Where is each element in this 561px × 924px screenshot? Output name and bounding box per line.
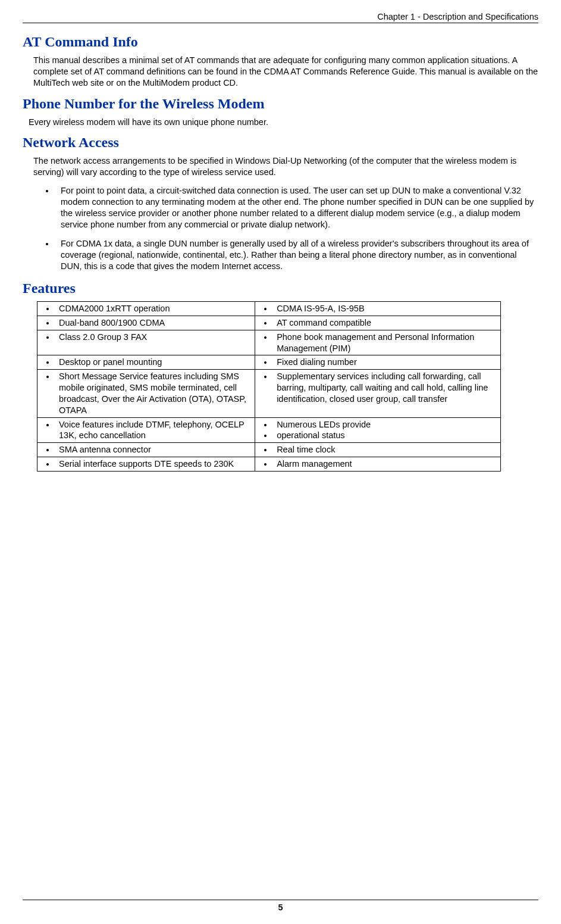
- feature-cell-right: Supplementary services including call fo…: [255, 370, 501, 417]
- body-network-access-intro: The network access arrangements to be sp…: [33, 155, 538, 178]
- feature-item: operational status: [273, 430, 498, 441]
- body-at-command: This manual describes a minimal set of A…: [33, 55, 538, 89]
- feature-item: Alarm management: [273, 458, 498, 470]
- feature-cell-right: Real time clock: [255, 443, 501, 457]
- feature-cell-left: CDMA2000 1xRTT operation: [37, 301, 255, 316]
- table-row: CDMA2000 1xRTT operationCDMA IS-95-A, IS…: [37, 301, 501, 316]
- heading-phone-number: Phone Number for the Wireless Modem: [23, 96, 538, 112]
- feature-cell-left: Desktop or panel mounting: [37, 355, 255, 370]
- feature-cell-right: Phone book management and Personal Infor…: [255, 330, 501, 355]
- heading-at-command: AT Command Info: [23, 34, 538, 50]
- network-bullet-0: For point to point data, a circuit-switc…: [55, 185, 538, 230]
- feature-cell-left: Voice features include DTMF, telephony, …: [37, 417, 255, 443]
- feature-cell-left: Dual-band 800/1900 CDMA: [37, 316, 255, 330]
- feature-cell-left: SMA antenna connector: [37, 443, 255, 457]
- feature-item: CDMA IS-95-A, IS-95B: [273, 303, 498, 314]
- table-row: Short Message Service features including…: [37, 370, 501, 417]
- feature-item: Class 2.0 Group 3 FAX: [55, 332, 252, 343]
- feature-item: Fixed dialing number: [273, 357, 498, 368]
- features-table: CDMA2000 1xRTT operationCDMA IS-95-A, IS…: [37, 301, 501, 472]
- table-row: Voice features include DTMF, telephony, …: [37, 417, 501, 443]
- feature-cell-right: Fixed dialing number: [255, 355, 501, 370]
- feature-cell-right: Numerous LEDs provideoperational status: [255, 417, 501, 443]
- page-number: 5: [23, 900, 538, 912]
- table-row: Serial interface supports DTE speeds to …: [37, 457, 501, 472]
- network-access-bullets: For point to point data, a circuit-switc…: [33, 185, 538, 272]
- feature-item: Phone book management and Personal Infor…: [273, 332, 498, 354]
- feature-cell-right: AT command compatible: [255, 316, 501, 330]
- feature-cell-right: CDMA IS-95-A, IS-95B: [255, 301, 501, 316]
- feature-item: Dual-band 800/1900 CDMA: [55, 317, 252, 329]
- heading-features: Features: [23, 280, 538, 296]
- feature-cell-left: Class 2.0 Group 3 FAX: [37, 330, 255, 355]
- feature-item: Supplementary services including call fo…: [273, 371, 498, 405]
- table-row: SMA antenna connectorReal time clock: [37, 443, 501, 457]
- feature-item: Short Message Service features including…: [55, 371, 252, 416]
- feature-item: Desktop or panel mounting: [55, 357, 252, 368]
- table-row: Dual-band 800/1900 CDMAAT command compat…: [37, 316, 501, 330]
- feature-item: CDMA2000 1xRTT operation: [55, 303, 252, 314]
- feature-cell-left: Serial interface supports DTE speeds to …: [37, 457, 255, 472]
- feature-item: AT command compatible: [273, 317, 498, 329]
- feature-cell-left: Short Message Service features including…: [37, 370, 255, 417]
- body-phone-number: Every wireless modem will have its own u…: [29, 117, 538, 128]
- feature-item: SMA antenna connector: [55, 444, 252, 455]
- feature-item: Voice features include DTMF, telephony, …: [55, 419, 252, 442]
- table-row: Desktop or panel mountingFixed dialing n…: [37, 355, 501, 370]
- page-footer: 5: [23, 900, 538, 912]
- feature-cell-right: Alarm management: [255, 457, 501, 472]
- chapter-title: Chapter 1 - Description and Specificatio…: [377, 12, 538, 21]
- feature-item: Real time clock: [273, 444, 498, 455]
- page-header: Chapter 1 - Description and Specificatio…: [23, 12, 538, 23]
- network-bullet-1: For CDMA 1x data, a single DUN number is…: [55, 238, 538, 272]
- document-page: Chapter 1 - Description and Specificatio…: [0, 0, 561, 924]
- feature-item: Numerous LEDs provide: [273, 419, 498, 430]
- heading-network-access: Network Access: [23, 135, 538, 151]
- feature-item: Serial interface supports DTE speeds to …: [55, 458, 252, 470]
- table-row: Class 2.0 Group 3 FAXPhone book manageme…: [37, 330, 501, 355]
